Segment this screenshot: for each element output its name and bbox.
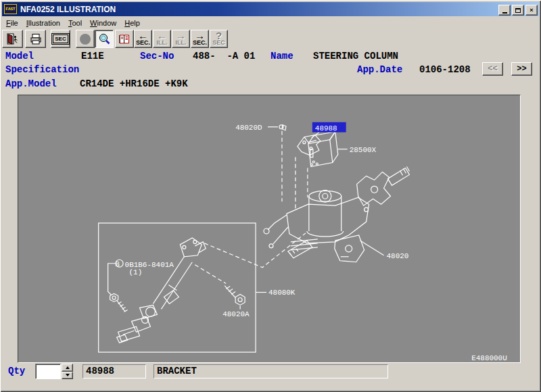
sec-list-icon: SEC bbox=[53, 34, 68, 43]
app-icon: FAST bbox=[4, 4, 17, 14]
appdate-value: 0106-1208 bbox=[419, 64, 471, 75]
drawing-number: E488000U bbox=[471, 354, 507, 362]
qty-input[interactable] bbox=[35, 364, 61, 379]
secno-label: Sec-No bbox=[140, 51, 174, 62]
right-arrow-icon: → bbox=[176, 32, 186, 39]
right-arrow-icon: → bbox=[195, 32, 205, 39]
part-label-48020[interactable]: 48020 bbox=[387, 252, 409, 260]
close-button[interactable]: × bbox=[525, 5, 538, 16]
spin-down-button[interactable] bbox=[62, 372, 73, 380]
part-label-28500X[interactable]: 28500X bbox=[350, 146, 377, 154]
part-label-48988[interactable]: 48988 bbox=[315, 124, 337, 132]
menu-window[interactable]: Window bbox=[86, 18, 120, 28]
model-value: E11E bbox=[81, 51, 104, 62]
part-label-48020D[interactable]: 48020D bbox=[235, 124, 262, 132]
question-icon: ? bbox=[216, 32, 222, 39]
next-section-button[interactable]: → SEC. bbox=[191, 30, 209, 48]
menu-bar: File Illustration Tool Window Help bbox=[2, 17, 539, 29]
minimize-button[interactable] bbox=[498, 5, 511, 16]
name-value: STEERING COLUMN bbox=[313, 51, 398, 62]
left-arrow-icon: ← bbox=[138, 32, 148, 39]
section-list-button[interactable]: SEC bbox=[51, 30, 70, 48]
prev-page-button[interactable]: << bbox=[482, 62, 503, 76]
prev-illustration-button[interactable]: ← ILL. bbox=[153, 30, 171, 48]
zoom-button[interactable] bbox=[95, 30, 114, 48]
section-search-button[interactable]: ? SEC bbox=[210, 30, 228, 48]
part-name-field[interactable]: BRACKET bbox=[154, 364, 388, 378]
qty-label: Qty bbox=[8, 366, 25, 376]
spin-up-button[interactable] bbox=[62, 364, 73, 372]
print-button[interactable] bbox=[25, 30, 46, 48]
left-arrow-icon: ← bbox=[157, 32, 167, 39]
model-label: Model bbox=[5, 51, 34, 62]
qty-stepper bbox=[62, 364, 73, 379]
menu-illustration[interactable]: Illustration bbox=[22, 18, 64, 28]
next-page-button[interactable]: >> bbox=[511, 62, 532, 76]
printer-icon bbox=[29, 32, 43, 46]
illustration-area[interactable]: 48988 48020D 28500X 48020 B 0B1B6-8401A … bbox=[18, 95, 521, 363]
illustration-book-button[interactable] bbox=[115, 30, 134, 48]
minimize-icon bbox=[502, 12, 507, 14]
circle-tool-button[interactable] bbox=[76, 30, 95, 48]
secno-value: 488- -A 01 bbox=[193, 51, 255, 62]
down-arrow-icon bbox=[66, 374, 70, 376]
specification-label: Specification bbox=[5, 64, 79, 75]
application-window: { "window": { "icon_text": "FAST", "titl… bbox=[0, 0, 541, 392]
line-art bbox=[99, 125, 410, 352]
appdate-label: App.Date bbox=[357, 64, 402, 75]
title-bar[interactable]: FAST NFA0252 ILLUSTRATION bbox=[2, 2, 539, 16]
window-title: NFA0252 ILLUSTRATION bbox=[20, 5, 116, 14]
close-icon: × bbox=[530, 7, 533, 14]
maximize-icon bbox=[515, 8, 521, 13]
appmodel-label: App.Model bbox=[5, 78, 57, 89]
prev-section-button[interactable]: ← SEC. bbox=[134, 30, 152, 48]
part-label-48080K[interactable]: 48080K bbox=[268, 289, 296, 297]
part-code-field[interactable]: 48988 bbox=[83, 364, 146, 378]
menu-file[interactable]: File bbox=[2, 18, 22, 28]
illustration-canvas: 48988 48020D 28500X 48020 B 0B1B6-8401A … bbox=[18, 95, 520, 362]
menu-tool[interactable]: Tool bbox=[64, 18, 86, 28]
appmodel-value: CR14DE +HR16DE +K9K bbox=[80, 78, 188, 89]
circled-b-icon: B bbox=[115, 260, 120, 268]
exit-door-icon bbox=[6, 32, 19, 45]
exit-button[interactable] bbox=[2, 30, 23, 48]
magnifier-icon bbox=[97, 32, 111, 46]
menu-help[interactable]: Help bbox=[120, 18, 144, 28]
circle-icon bbox=[80, 34, 91, 45]
part-label-48020A[interactable]: 48020A bbox=[222, 310, 250, 318]
window-controls: × bbox=[498, 5, 538, 16]
next-illustration-button[interactable]: → ILL. bbox=[172, 30, 190, 48]
book-icon bbox=[118, 32, 131, 46]
part-qty-note: (1) bbox=[129, 268, 143, 276]
up-arrow-icon bbox=[66, 366, 70, 369]
name-label: Name bbox=[270, 51, 293, 62]
maximize-button[interactable] bbox=[512, 5, 524, 16]
